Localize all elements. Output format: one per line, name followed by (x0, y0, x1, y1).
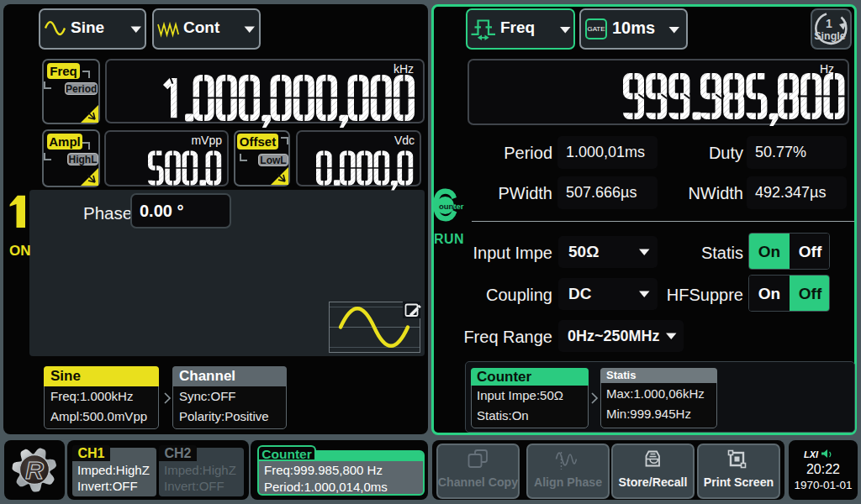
svg-text:Single: Single (814, 30, 846, 42)
svg-text:R: R (25, 456, 44, 484)
svg-text:1: 1 (826, 17, 832, 30)
